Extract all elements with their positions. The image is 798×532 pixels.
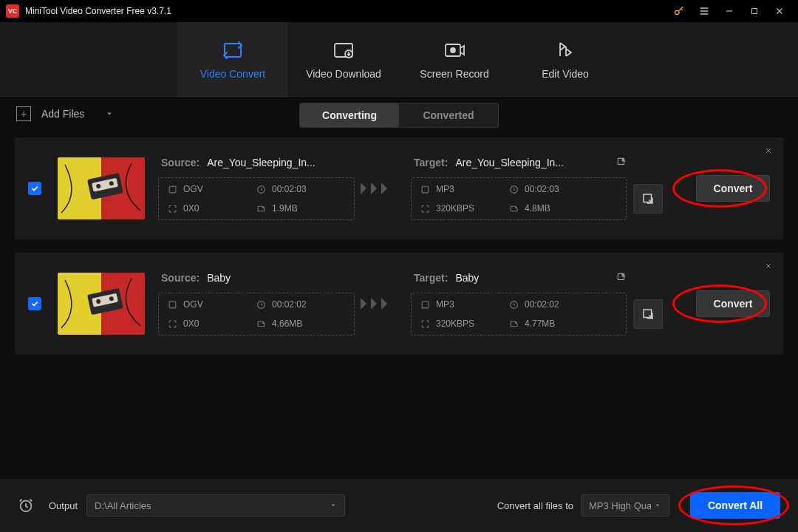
source-label: Source: xyxy=(161,157,200,168)
target-filename: Are_You_Sleeping_In... xyxy=(455,157,564,168)
edit-icon xyxy=(556,40,575,61)
chevron-down-icon xyxy=(105,109,114,118)
source-block: Source: Baby OGV 00:02:02 0X0 4.66MB xyxy=(158,272,355,335)
app-title: MiniTool Video Converter Free v3.7.1 xyxy=(25,6,171,16)
clock-icon xyxy=(509,300,519,310)
edit-target-icon[interactable] xyxy=(616,157,627,168)
source-size: 1.9MB xyxy=(272,203,298,214)
output-label: Output xyxy=(49,500,78,511)
source-duration: 00:02:03 xyxy=(272,184,307,194)
convert-button[interactable]: Convert xyxy=(696,175,770,202)
tab-video-convert[interactable]: Video Convert xyxy=(177,22,288,98)
output-settings-button[interactable] xyxy=(633,299,663,329)
convert-all-format-select[interactable]: MP3 High Quality xyxy=(581,494,669,516)
convert-all-button[interactable]: Convert All xyxy=(690,492,780,519)
tab-converted[interactable]: Converted xyxy=(399,103,498,127)
source-filename: Are_You_Sleeping_In... xyxy=(207,157,316,168)
arrow-icon xyxy=(355,181,398,196)
format-icon xyxy=(420,185,430,194)
item-checkbox[interactable] xyxy=(28,297,41,310)
source-size: 4.66MB xyxy=(272,318,302,329)
tab-label: Video Convert xyxy=(200,68,265,80)
add-files-label: Add Files xyxy=(41,108,84,120)
target-format: MP3 xyxy=(436,299,454,310)
file-list: Source: Are_You_Sleeping_In... OGV 00:02… xyxy=(0,129,798,355)
thumbnail xyxy=(58,273,145,335)
maximize-button[interactable] xyxy=(742,0,767,22)
minimize-button[interactable] xyxy=(717,0,742,22)
tab-converting[interactable]: Converting xyxy=(300,103,399,127)
resolution-icon xyxy=(168,319,177,329)
filesize-icon xyxy=(509,319,519,329)
bitrate-icon xyxy=(420,319,430,329)
svg-rect-25 xyxy=(169,301,176,308)
add-files-button[interactable]: + Add Files xyxy=(0,98,130,129)
target-format: MP3 xyxy=(436,184,454,194)
target-label: Target: xyxy=(414,272,448,284)
main-tabs: Video Convert Video Download Screen Reco… xyxy=(0,22,798,98)
output-settings-button[interactable] xyxy=(633,184,663,214)
menu-icon[interactable] xyxy=(692,0,717,22)
target-duration: 00:02:02 xyxy=(525,299,559,310)
thumbnail xyxy=(58,157,145,219)
source-duration: 00:02:02 xyxy=(272,299,307,310)
source-filename: Baby xyxy=(207,272,231,284)
svg-point-6 xyxy=(451,48,455,52)
filesize-icon xyxy=(256,204,266,214)
bitrate-icon xyxy=(420,204,430,214)
convert-all-value: MP3 High Quality xyxy=(589,500,651,511)
source-resolution: 0X0 xyxy=(183,318,199,329)
svg-rect-13 xyxy=(169,186,176,193)
resolution-icon xyxy=(168,204,177,214)
tab-screen-record[interactable]: Screen Record xyxy=(399,22,510,98)
titlebar: VC MiniTool Video Converter Free v3.7.1 xyxy=(0,0,798,22)
target-duration: 00:02:03 xyxy=(525,184,559,194)
plus-icon: + xyxy=(16,106,31,121)
arrow-icon xyxy=(355,296,398,311)
conversion-state-tabs: Converting Converted xyxy=(299,103,499,128)
svg-rect-16 xyxy=(422,186,429,193)
svg-rect-1 xyxy=(752,9,757,14)
tab-edit-video[interactable]: Edit Video xyxy=(510,22,621,98)
target-bitrate: 320KBPS xyxy=(436,318,474,329)
source-block: Source: Are_You_Sleeping_In... OGV 00:02… xyxy=(158,157,355,220)
tab-video-download[interactable]: Video Download xyxy=(288,22,399,98)
clock-icon xyxy=(509,185,519,194)
check-icon xyxy=(30,299,39,308)
file-card: Source: Baby OGV 00:02:02 0X0 4.66MB Tar… xyxy=(15,253,783,355)
remove-item-button[interactable] xyxy=(764,146,773,155)
filesize-icon xyxy=(509,204,519,214)
app-logo: VC xyxy=(6,4,19,18)
convert-icon xyxy=(222,40,244,61)
target-bitrate: 320KBPS xyxy=(436,203,474,214)
chevron-down-icon xyxy=(654,502,661,509)
source-label: Source: xyxy=(161,272,200,284)
edit-target-icon[interactable] xyxy=(616,272,627,284)
svg-rect-28 xyxy=(422,301,429,308)
clock-icon xyxy=(256,185,266,194)
source-format: OGV xyxy=(183,184,203,194)
target-block: Target: Baby MP3 00:02:02 320KBPS 4.77MB xyxy=(411,272,627,335)
format-icon xyxy=(420,300,430,310)
schedule-icon[interactable] xyxy=(18,497,34,514)
output-path-value: D:\All Articles xyxy=(95,500,151,511)
target-block: Target: Are_You_Sleeping_In... MP3 00:02… xyxy=(411,157,627,220)
download-icon xyxy=(332,40,355,61)
tab-label: Video Download xyxy=(306,68,381,80)
check-icon xyxy=(30,184,39,193)
target-label: Target: xyxy=(414,157,448,168)
target-filename: Baby xyxy=(455,272,479,284)
clock-icon xyxy=(256,300,266,310)
remove-item-button[interactable] xyxy=(764,262,773,270)
convert-button[interactable]: Convert xyxy=(696,290,770,317)
file-card: Source: Are_You_Sleeping_In... OGV 00:02… xyxy=(15,137,783,239)
close-button[interactable] xyxy=(767,0,792,22)
svg-rect-2 xyxy=(225,44,241,57)
upgrade-key-icon[interactable] xyxy=(666,0,692,22)
target-size: 4.77MB xyxy=(525,318,555,329)
item-checkbox[interactable] xyxy=(28,182,41,195)
footer: Output D:\All Articles Convert all files… xyxy=(0,479,798,532)
output-path-select[interactable]: D:\All Articles xyxy=(86,494,345,516)
chevron-down-icon xyxy=(330,502,337,509)
target-size: 4.8MB xyxy=(525,203,550,214)
